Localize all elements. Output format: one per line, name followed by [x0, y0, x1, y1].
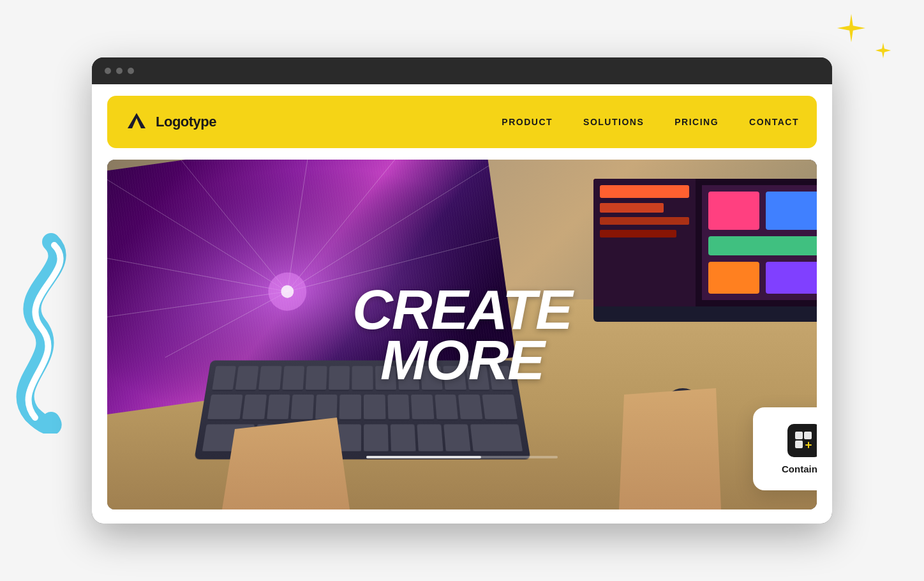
key: [458, 395, 482, 421]
laptop-screen: [593, 179, 817, 306]
svg-rect-24: [795, 432, 803, 439]
svg-line-9: [107, 292, 287, 319]
hand-right: [619, 382, 721, 509]
svg-point-10: [265, 270, 309, 313]
svg-line-4: [267, 160, 331, 292]
logo-area: Logotype: [125, 110, 216, 133]
browser-content: Logotype PRODUCT SOLUTIONS PRICING CONTA…: [92, 84, 832, 524]
key: [411, 395, 434, 421]
svg-rect-19: [708, 192, 759, 230]
laptop: [593, 179, 817, 322]
key: [267, 395, 290, 421]
key: [315, 395, 338, 421]
nav-contact[interactable]: CONTACT: [749, 117, 799, 127]
navbar: Logotype PRODUCT SOLUTIONS PRICING CONTA…: [107, 96, 817, 148]
svg-rect-23: [766, 262, 817, 294]
svg-rect-28: [805, 444, 812, 446]
key: [207, 395, 243, 421]
hero-title-line2: MORE: [352, 335, 571, 385]
hero-text-block: CREATE MORE: [352, 284, 571, 385]
squiggle-decoration: [0, 229, 77, 434]
key: [364, 425, 389, 453]
key: [387, 395, 410, 421]
star-large-icon: [836, 13, 867, 43]
key: [306, 366, 327, 391]
svg-rect-16: [600, 217, 689, 225]
svg-point-11: [280, 284, 295, 299]
key: [364, 395, 385, 421]
key: [291, 395, 314, 421]
key: [470, 425, 523, 453]
svg-rect-14: [600, 185, 689, 198]
progress-bar-container: [366, 456, 558, 458]
svg-line-3: [181, 160, 287, 304]
nav-solutions[interactable]: SOLUTIONS: [583, 117, 644, 127]
key-row-2: [207, 395, 518, 421]
hero-section: CREATE MORE: [107, 160, 817, 509]
key: [242, 395, 267, 421]
key: [435, 395, 458, 421]
laptop-display: [593, 179, 817, 306]
progress-bar-track: [366, 456, 558, 458]
key: [212, 366, 236, 391]
progress-bar-fill: [366, 456, 481, 458]
svg-rect-20: [766, 192, 817, 230]
svg-rect-17: [600, 230, 676, 238]
nav-pricing[interactable]: PRICING: [674, 117, 719, 127]
browser-dot-3: [128, 68, 134, 74]
svg-rect-21: [708, 236, 817, 255]
nav-links: PRODUCT SOLUTIONS PRICING CONTACT: [502, 117, 799, 127]
star-small-icon: [874, 42, 892, 59]
key: [391, 425, 416, 453]
key: [417, 425, 443, 453]
key: [443, 425, 470, 453]
key: [339, 395, 361, 421]
key: [482, 395, 518, 421]
svg-line-2: [107, 160, 287, 315]
browser-dot-1: [105, 68, 111, 74]
key: [329, 366, 350, 391]
svg-line-1: [107, 220, 287, 322]
key: [282, 366, 304, 391]
key: [258, 366, 281, 391]
browser-window: Logotype PRODUCT SOLUTIONS PRICING CONTA…: [92, 57, 832, 524]
container-icon-svg: [794, 430, 814, 451]
container-widget-icon: [787, 424, 817, 457]
svg-line-6: [274, 166, 502, 292]
key: [235, 366, 259, 391]
container-widget[interactable]: Container: [753, 407, 817, 490]
logo-text: Logotype: [156, 114, 216, 130]
svg-rect-15: [600, 203, 664, 213]
browser-dot-2: [116, 68, 123, 74]
nav-product[interactable]: PRODUCT: [502, 117, 553, 127]
svg-line-8: [158, 292, 294, 358]
svg-rect-25: [804, 432, 812, 439]
hero-background: CREATE MORE: [107, 160, 817, 509]
svg-rect-26: [795, 441, 803, 448]
laptop-screen-content: [593, 179, 817, 306]
svg-line-5: [271, 160, 416, 292]
browser-titlebar: [92, 57, 832, 84]
container-widget-label: Container: [782, 464, 817, 474]
hero-title-line1: CREATE: [352, 284, 571, 335]
laptop-keyboard: [593, 306, 817, 322]
logo-icon: [125, 110, 148, 133]
svg-rect-22: [708, 262, 759, 294]
